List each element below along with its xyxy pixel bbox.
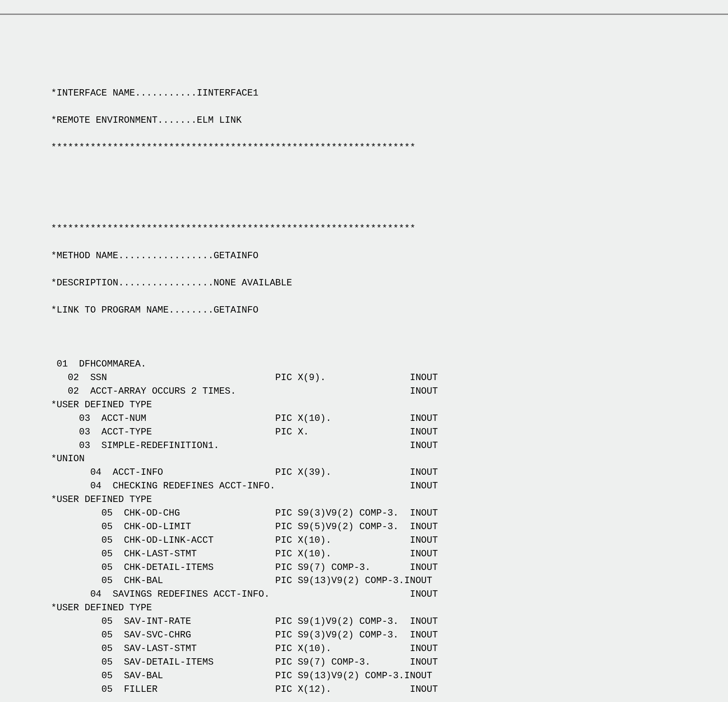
remote-env-line: *REMOTE ENVIRONMENT.......ELM LINK [51, 114, 728, 127]
separator-stars: ****************************************… [51, 141, 728, 155]
data-row: 05 CHK-DETAIL-ITEMS PIC S9(7) COMP-3. IN… [51, 561, 728, 575]
interface-name-line: *INTERFACE NAME...........IINTERFACE1 [51, 87, 728, 100]
data-row: 05 CHK-BAL PIC S9(13)V9(2) COMP-3.INOUT [51, 574, 728, 588]
data-row: 04 SAVINGS REDEFINES ACCT-INFO. INOUT [51, 588, 728, 601]
separator-stars: ****************************************… [51, 222, 728, 236]
link-to-program-line: *LINK TO PROGRAM NAME........GETAINFO [51, 304, 728, 317]
data-row: 04 ACCT-INFO PIC X(39). INOUT [51, 466, 728, 479]
data-row: 03 ACCT-NUM PIC X(10). INOUT [51, 412, 728, 426]
data-row: 05 SAV-BAL PIC S9(13)V9(2) COMP-3.INOUT [51, 669, 728, 683]
data-row: 02 ACCT-ARRAY OCCURS 2 TIMES. INOUT [51, 385, 728, 398]
data-row: 04 CHECKING REDEFINES ACCT-INFO. INOUT [51, 479, 728, 493]
data-row: 03 SIMPLE-REDEFINITION1. INOUT [51, 439, 728, 453]
data-row: 05 CHK-OD-LIMIT PIC S9(5)V9(2) COMP-3. I… [51, 520, 728, 534]
comment-line: *UNION [51, 452, 728, 466]
comment-line: *USER DEFINED TYPE [51, 493, 728, 507]
cobol-listing: *INTERFACE NAME...........IINTERFACE1 *R… [51, 73, 728, 702]
blank-line [51, 330, 728, 344]
blank-line [51, 195, 728, 209]
data-row: 03 ACCT-TYPE PIC X. INOUT [51, 426, 728, 439]
comment-line: *USER DEFINED TYPE [51, 398, 728, 412]
data-row: 02 SSN PIC X(9). INOUT [51, 371, 728, 385]
method-name-line: *METHOD NAME.................GETAINFO [51, 249, 728, 263]
comment-line: *USER DEFINED TYPE [51, 601, 728, 615]
blank-line [51, 168, 728, 182]
data-row: 05 FILLER PIC X(12). INOUT [51, 683, 728, 696]
data-row: 01 DFHCOMMAREA. [51, 358, 728, 371]
data-row: 05 CHK-LAST-STMT PIC X(10). INOUT [51, 547, 728, 561]
data-row: 05 CHK-OD-CHG PIC S9(3)V9(2) COMP-3. INO… [51, 507, 728, 520]
data-row: 05 SAV-LAST-STMT PIC X(10). INOUT [51, 642, 728, 656]
data-row: 05 SAV-INT-RATE PIC S9(1)V9(2) COMP-3. I… [51, 615, 728, 629]
data-rows: 01 DFHCOMMAREA. 02 SSN PIC X(9). INOUT 0… [51, 358, 728, 696]
data-row: 05 CHK-OD-LINK-ACCT PIC X(10). INOUT [51, 534, 728, 547]
data-row: 05 SAV-DETAIL-ITEMS PIC S9(7) COMP-3. IN… [51, 656, 728, 669]
description-line: *DESCRIPTION.................NONE AVAILA… [51, 276, 728, 290]
data-row: 05 SAV-SVC-CHRG PIC S9(3)V9(2) COMP-3. I… [51, 629, 728, 642]
